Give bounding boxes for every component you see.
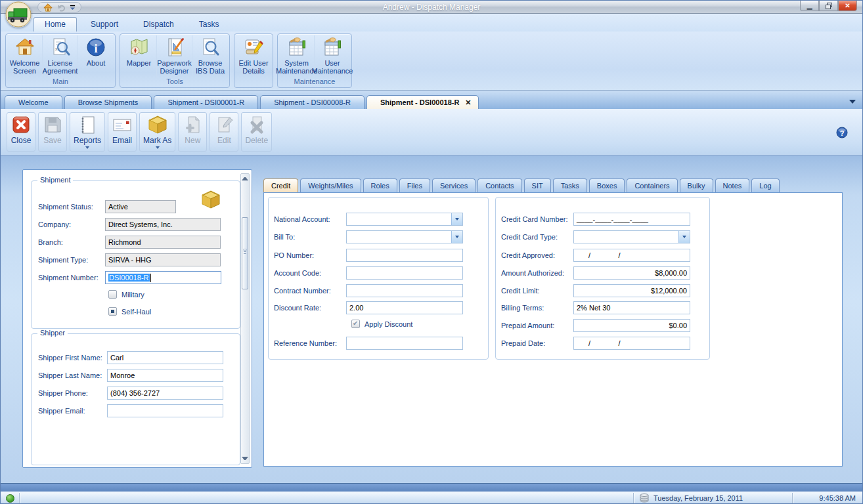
form-row: Shipment Number: DSI00018-R xyxy=(38,271,234,284)
form-row: Discount Rate: 2.00 xyxy=(274,301,484,314)
doc-tab-shipment-dsi00001r[interactable]: Shipment - DSI00001-R xyxy=(154,95,258,109)
scrollbar-thumb[interactable] xyxy=(242,217,248,289)
credit-limit-input[interactable]: $12,000.00 xyxy=(573,284,690,297)
tab-files[interactable]: Files xyxy=(399,178,430,192)
shipper-phone-input[interactable]: (804) 356-2727 xyxy=(107,387,223,400)
combo-dropdown-icon[interactable] xyxy=(451,213,462,225)
tab-weights-miles[interactable]: Weights/Miles xyxy=(300,178,361,192)
field-label: Shipment Number: xyxy=(38,274,105,282)
restore-button[interactable] xyxy=(819,1,838,11)
email-button[interactable]: Email xyxy=(108,112,137,152)
self-haul-checkbox[interactable] xyxy=(108,307,117,316)
delete-button[interactable]: Delete xyxy=(241,112,272,152)
ribbon-tab-support[interactable]: Support xyxy=(79,17,129,32)
credit-card-type-combo[interactable] xyxy=(573,230,690,243)
ribbon-tab-home[interactable]: Home xyxy=(33,17,77,32)
ribbon-tab-dispatch[interactable]: Dispatch xyxy=(132,17,185,32)
reference-number-input[interactable] xyxy=(346,337,463,350)
undo-icon[interactable] xyxy=(56,3,66,12)
combo-dropdown-icon[interactable] xyxy=(451,231,462,243)
mark-as-button[interactable]: Mark As xyxy=(139,112,175,152)
close-window-button[interactable]: ✕ xyxy=(838,1,857,11)
about-button[interactable]: i About xyxy=(78,35,114,77)
tab-bulky[interactable]: Bulky xyxy=(680,178,713,192)
tab-containers[interactable]: Containers xyxy=(627,178,677,192)
minimize-button[interactable]: ▁ xyxy=(800,1,819,11)
doc-tab-browse-shipments[interactable]: Browse Shipments xyxy=(64,95,152,109)
tab-sit[interactable]: SIT xyxy=(524,178,551,192)
national-account-combo[interactable] xyxy=(346,213,463,226)
close-tab-icon[interactable]: ✕ xyxy=(465,98,471,106)
branch-field[interactable]: Richmond xyxy=(105,236,221,249)
scroll-up-icon[interactable] xyxy=(242,177,248,180)
prepaid-date-input[interactable]: / / xyxy=(573,337,690,350)
shipment-type-field[interactable]: SIRVA - HHG xyxy=(105,253,221,266)
close-button[interactable]: Close xyxy=(7,112,35,152)
contract-number-input[interactable] xyxy=(346,284,463,297)
shipment-number-input[interactable]: DSI00018-R xyxy=(105,271,221,284)
discount-rate-input[interactable]: 2.00 xyxy=(346,301,463,314)
apply-discount-checkbox[interactable] xyxy=(351,320,360,328)
browse-ibs-data-button[interactable]: Browse IBS Data xyxy=(192,35,228,77)
field-value: (804) 356-2727 xyxy=(110,389,160,397)
mapper-button[interactable]: Mapper xyxy=(122,35,157,77)
form-row: Company: Direct Systems, Inc. xyxy=(38,218,234,231)
user-maintenance-button[interactable]: User Maintenance xyxy=(315,35,350,77)
edit-user-details-button[interactable]: Edit User Details xyxy=(236,35,271,77)
credit-card-number-input[interactable]: ____-____-____-____ xyxy=(573,213,690,226)
military-checkbox[interactable] xyxy=(108,290,117,299)
tab-boxes[interactable]: Boxes xyxy=(589,178,625,192)
form-row: Prepaid Amount: $0.00 xyxy=(501,319,705,332)
tab-log[interactable]: Log xyxy=(751,178,779,192)
application-menu-button[interactable] xyxy=(5,1,32,28)
shipment-status-field[interactable]: Active xyxy=(105,200,176,213)
account-code-input[interactable] xyxy=(346,266,463,280)
home-quick-icon[interactable] xyxy=(43,3,53,12)
system-maintenance-button[interactable]: System Maintenance xyxy=(279,35,315,77)
reports-dropdown-icon[interactable] xyxy=(85,146,89,149)
shipper-last-name-input[interactable]: Monroe xyxy=(107,369,223,382)
field-label: Prepaid Date: xyxy=(501,339,573,347)
license-agreement-button[interactable]: x= License Agreement xyxy=(43,35,78,77)
company-field[interactable]: Direct Systems, Inc. xyxy=(105,218,221,231)
help-icon[interactable]: ? xyxy=(836,127,848,138)
save-button[interactable]: Save xyxy=(38,112,67,152)
prepaid-amount-input[interactable]: $0.00 xyxy=(573,319,690,332)
shipper-first-name-input[interactable]: Carl xyxy=(107,351,223,364)
tab-services[interactable]: Services xyxy=(432,178,476,192)
po-number-input[interactable] xyxy=(346,249,463,262)
close-icon xyxy=(11,114,32,135)
scroll-down-icon[interactable] xyxy=(242,457,248,460)
form-row: Credit Card Type: xyxy=(501,230,705,243)
tab-credit[interactable]: Credit xyxy=(263,178,298,192)
combo-dropdown-icon[interactable] xyxy=(678,231,690,243)
ribbon-tab-strip: Home Support Dispatch Tasks xyxy=(1,14,862,32)
button-label: Browse IBS Data xyxy=(192,59,228,75)
shipper-email-input[interactable] xyxy=(107,404,223,417)
field-value: Active xyxy=(108,203,128,211)
new-button[interactable]: New xyxy=(178,112,207,152)
tab-roles[interactable]: Roles xyxy=(363,178,397,192)
doc-tab-shipment-dsi00018r[interactable]: Shipment - DSI00018-R✕ xyxy=(366,95,479,109)
doc-tab-welcome[interactable]: Welcome xyxy=(5,95,62,109)
customize-quick-access-icon[interactable] xyxy=(70,5,76,10)
mark-as-dropdown-icon[interactable] xyxy=(156,146,160,149)
ribbon-tab-tasks[interactable]: Tasks xyxy=(188,17,231,32)
tab-notes[interactable]: Notes xyxy=(715,178,750,192)
vertical-scrollbar[interactable] xyxy=(240,173,250,464)
bill-to-combo[interactable] xyxy=(346,230,463,243)
amount-authorized-input[interactable]: $8,000.00 xyxy=(573,266,690,280)
credit-approved-input[interactable]: / / xyxy=(573,249,690,262)
field-value: Direct Systems, Inc. xyxy=(108,220,173,228)
shipment-detail-content: Shipment Shipment Status: Active Company… xyxy=(1,156,862,483)
paperwork-designer-button[interactable]: Paperwork Designer xyxy=(157,35,192,77)
tab-list-dropdown-icon[interactable] xyxy=(849,100,856,104)
welcome-screen-button[interactable]: Welcome Screen xyxy=(7,35,43,77)
billing-terms-input[interactable]: 2% Net 30 xyxy=(573,301,690,314)
tab-tasks[interactable]: Tasks xyxy=(553,178,587,192)
edit-button[interactable]: Edit xyxy=(210,112,238,152)
tab-contacts[interactable]: Contacts xyxy=(477,178,521,192)
doc-tab-shipment-dsi00008r[interactable]: Shipment - DSI00008-R xyxy=(260,95,365,109)
field-label: Shipper First Name: xyxy=(38,354,107,362)
reports-button[interactable]: Reports xyxy=(70,112,105,152)
